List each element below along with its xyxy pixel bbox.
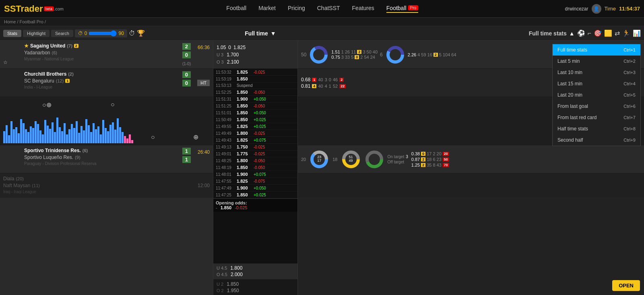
sub-icon-btn[interactable]: ⇄ bbox=[615, 29, 620, 37]
breadcrumb-home[interactable]: Home bbox=[4, 19, 16, 24]
shots-icon-btn[interactable]: 🎯 bbox=[594, 29, 602, 37]
dropdown-last15-shortcut: Ctrl+4 bbox=[623, 81, 636, 86]
stats-toggle-btn[interactable]: ▲ bbox=[569, 30, 575, 37]
dropdown-lastredcard[interactable]: From last red card Ctrl+7 bbox=[553, 112, 640, 123]
dropdown-fulltime[interactable]: Full time stats Ctrl+1 bbox=[553, 44, 640, 56]
sm3v11: 8 bbox=[433, 163, 435, 167]
u2-val: 1.850 bbox=[227, 281, 239, 287]
stats-num-50: 50 bbox=[301, 52, 306, 58]
ticker-row-0: 11:53:321.825-0.025 bbox=[213, 69, 297, 76]
churchill-teams: Churchill Brothers (2) SC Bengaluru (12)… bbox=[0, 69, 213, 90]
dropdown-last10[interactable]: Last 10 min Ctrl+3 bbox=[553, 67, 640, 78]
sm3-r2: 50 bbox=[443, 157, 449, 161]
logo-text: SSTrader bbox=[4, 4, 43, 14]
dropdown-last5-shortcut: Ctrl+2 bbox=[623, 59, 636, 64]
chart-icon-btn[interactable]: 📊 bbox=[633, 29, 641, 37]
chart-bar bbox=[93, 123, 95, 143]
dropdown-lastgoal[interactable]: From last goal Ctrl+6 bbox=[553, 101, 640, 112]
stats-row-c: 2.26 4 59 16 2 5 104 64 bbox=[408, 52, 456, 57]
dropdown-halftime[interactable]: Half time stats Ctrl+8 bbox=[553, 123, 640, 134]
odds-match4: U 2 1.850 O 2 1.950 bbox=[213, 279, 297, 295]
fulltime-stats-label: Full time stats bbox=[529, 30, 567, 37]
nav-football[interactable]: Football bbox=[226, 5, 246, 13]
dropdown-secondhalf[interactable]: Second half Ctrl+9 bbox=[553, 134, 640, 146]
sm2-badge2r: 22 bbox=[339, 84, 346, 88]
sv7: 50 bbox=[367, 50, 372, 54]
breadcrumb-sep2: / bbox=[45, 19, 46, 24]
home-team-diala: Diala (20) bbox=[3, 176, 210, 182]
sv13: 0 bbox=[355, 55, 359, 59]
chart-bar bbox=[80, 126, 83, 143]
dropdown-fulltime-shortcut: Ctrl+1 bbox=[623, 47, 636, 52]
time-slider[interactable] bbox=[89, 30, 117, 37]
donut2-right: 49 bbox=[349, 159, 353, 163]
dropdown-last20[interactable]: Last 20 min Ctrl+5 bbox=[553, 89, 640, 101]
time-icon: ⏱ bbox=[78, 31, 83, 36]
search-button[interactable]: Search bbox=[51, 30, 73, 37]
sm2v1: 0.68 bbox=[301, 77, 310, 83]
sv19: 59 bbox=[421, 52, 426, 57]
run-icon-btn[interactable]: 🏃 bbox=[622, 29, 630, 37]
sv3: 26 bbox=[345, 50, 350, 54]
chart-bar bbox=[3, 131, 5, 143]
dropdown-last15[interactable]: Last 15 min Ctrl+4 bbox=[553, 78, 640, 89]
card-icon-btn[interactable]: 🟨 bbox=[604, 29, 612, 37]
o3-val: 2.100 bbox=[227, 59, 239, 65]
chart-bar bbox=[59, 127, 61, 143]
open-button[interactable]: OPEN bbox=[612, 280, 640, 291]
dropdown-last20-label: Last 20 min bbox=[557, 92, 582, 98]
score-sagaing: 2 0 bbox=[182, 43, 191, 58]
nav-features[interactable]: Features bbox=[352, 5, 374, 13]
score-away: 0 bbox=[182, 52, 191, 58]
chart-bar bbox=[32, 128, 34, 143]
stats-row-a: 1.51 1 26 11 2 3 50 40 bbox=[331, 50, 378, 54]
u45-label: U 4.5 bbox=[217, 266, 227, 270]
sm3-r1: 20 bbox=[443, 152, 449, 156]
highlight-button[interactable]: Hightlight bbox=[23, 30, 50, 37]
user-area: drwincezar 👤 Time 11:54:37 bbox=[565, 4, 640, 14]
dropdown-last5-label: Last 5 min bbox=[557, 58, 580, 64]
sm2-y2: 4 bbox=[312, 84, 316, 88]
header: SSTraderbeta.com Football Market Pricing… bbox=[0, 0, 644, 18]
away-rank-churchill: (12) bbox=[56, 78, 64, 83]
dropdown-lastgoal-label: From last goal bbox=[557, 103, 588, 109]
trophy-button[interactable]: 🏆 bbox=[137, 29, 145, 37]
sv16: 24 bbox=[370, 55, 375, 60]
nav-pricing[interactable]: Pricing bbox=[288, 5, 305, 13]
chart-bar bbox=[27, 132, 29, 143]
sm2v6: 0.81 bbox=[301, 83, 310, 89]
fav-icon-sagaing[interactable]: ☆ bbox=[3, 60, 8, 65]
clock-button[interactable]: ⏱ bbox=[129, 30, 135, 37]
donut1-right: 17 bbox=[317, 159, 321, 163]
away-badge-churchill: 1 bbox=[65, 79, 70, 83]
sm3-row1: 0.38 0 17 2 20 20 bbox=[411, 151, 641, 156]
breadcrumb-football-pro[interactable]: Football Pro bbox=[20, 19, 43, 24]
chart-bar bbox=[73, 128, 75, 143]
odds-home-val: 1.05 bbox=[217, 45, 226, 50]
time-sportivo: 26:40 bbox=[198, 149, 210, 155]
match-row-diala: Diala (20) Naft Maysan (11) Iraq - Iraqi… bbox=[0, 173, 213, 198]
chart-bar bbox=[117, 118, 119, 143]
chart-bar bbox=[76, 121, 78, 143]
user-avatar[interactable]: 👤 bbox=[592, 4, 601, 14]
chart-bar-pink bbox=[131, 140, 133, 143]
football-icon-btn[interactable]: ⚽ bbox=[577, 29, 585, 37]
fulltime-dropdown-btn[interactable]: Full time ▼ bbox=[245, 30, 276, 37]
sv18: 4 bbox=[417, 52, 420, 57]
chart-bar bbox=[23, 123, 25, 143]
stats-m3-nums: 0.38 0 17 2 20 20 0.87 2 18 6 23 50 1.25 bbox=[411, 151, 641, 167]
corner-icon-btn[interactable]: ⌐ bbox=[588, 30, 591, 37]
nav-links: Football Market Pricing ChatSST Features… bbox=[80, 5, 565, 13]
dropdown-last5[interactable]: Last 5 min Ctrl+2 bbox=[553, 56, 640, 67]
nav-market[interactable]: Market bbox=[258, 5, 276, 13]
sv11: 33 bbox=[345, 55, 350, 60]
sv20: 16 bbox=[427, 52, 432, 57]
chart-bar bbox=[42, 134, 44, 143]
stats-button[interactable]: Stats bbox=[3, 30, 21, 37]
sm2-red1: 1 bbox=[312, 78, 316, 82]
home-rank-churchill: (2) bbox=[68, 72, 73, 76]
ticker-row-18: 11:47:251.850+0.025 bbox=[213, 192, 297, 198]
nav-football-pro[interactable]: Football Pro bbox=[386, 5, 418, 13]
nav-chatSST[interactable]: ChatSST bbox=[317, 5, 340, 13]
dropdown-secondhalf-label: Second half bbox=[557, 137, 583, 143]
